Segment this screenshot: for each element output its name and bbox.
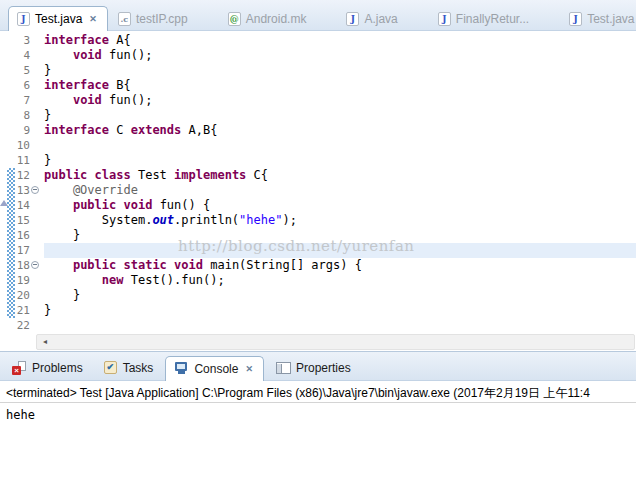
line-number: 15: [4, 213, 30, 228]
code-text: }: [44, 288, 80, 302]
view-tab-problems[interactable]: Problems: [4, 356, 91, 380]
gutter-ruler[interactable]: 8: [0, 108, 44, 123]
code-line-content[interactable]: interface B{: [44, 78, 636, 93]
code-text: }: [44, 63, 51, 77]
gutter-ruler[interactable]: 9: [0, 123, 44, 138]
line-number: 14: [4, 198, 30, 213]
code-line-content[interactable]: }: [44, 108, 636, 123]
editor-tab-bar: JTest.java✕.ctestIP.cpp@Android.mkJA.jav…: [0, 0, 636, 31]
code-line-3: 3interface A{: [0, 33, 636, 48]
editor-tab-test-java[interactable]: JTest.java✕: [8, 6, 108, 31]
fold-collapse-icon[interactable]: [31, 261, 39, 269]
gutter-ruler[interactable]: 13: [0, 183, 44, 198]
code-line-8: 8}: [0, 108, 636, 123]
code-text: }: [44, 228, 80, 242]
code-line-content[interactable]: public static void main(String[] args) {: [44, 258, 636, 273]
line-number: 16: [4, 228, 30, 243]
console-icon: [174, 362, 189, 376]
editor-tab-testip-cpp[interactable]: .ctestIP.cpp: [110, 7, 196, 30]
gutter-ruler[interactable]: 18: [0, 258, 44, 273]
code-text: public class Test implements C{: [44, 168, 268, 182]
code-line-content[interactable]: interface A{: [44, 33, 636, 48]
line-number: 6: [4, 78, 30, 93]
code-line-content[interactable]: }: [44, 303, 636, 318]
tab-label: Console: [194, 362, 238, 376]
line-number: 10: [4, 138, 30, 153]
gutter-ruler[interactable]: 11: [0, 153, 44, 168]
horizontal-scrollbar[interactable]: ◂: [0, 333, 636, 351]
code-text: public void fun() {: [44, 198, 210, 212]
tab-label: Tasks: [123, 361, 154, 375]
code-line-content[interactable]: void fun();: [44, 93, 636, 108]
code-text: }: [44, 153, 51, 167]
code-line-content[interactable]: void fun();: [44, 48, 636, 63]
code-line-content[interactable]: }: [44, 288, 636, 303]
code-line-13: 13 @Override: [0, 183, 636, 198]
code-text: }: [44, 108, 51, 122]
cpp-file-icon: .c: [118, 12, 131, 26]
code-line-4: 4 void fun();: [0, 48, 636, 63]
code-line-content[interactable]: [44, 138, 636, 153]
scrollbar-track[interactable]: ◂: [36, 334, 635, 350]
gutter-ruler[interactable]: 17: [0, 243, 44, 258]
code-line-content[interactable]: @Override: [44, 183, 636, 198]
editor-tab-test-java[interactable]: JTest.java: [561, 7, 636, 30]
view-tab-properties[interactable]: Properties: [268, 356, 359, 380]
gutter-ruler[interactable]: 19: [0, 273, 44, 288]
code-line-content[interactable]: new Test().fun();: [44, 273, 636, 288]
gutter-ruler[interactable]: 15: [0, 213, 44, 228]
gutter-ruler[interactable]: 14: [0, 198, 44, 213]
gutter-ruler[interactable]: 20: [0, 288, 44, 303]
gutter-ruler[interactable]: 10: [0, 138, 44, 153]
line-number: 18: [4, 258, 30, 273]
editor-tab-finallyretur[interactable]: JFinallyRetur...: [430, 7, 537, 30]
gutter-ruler[interactable]: 21: [0, 303, 44, 318]
console-output[interactable]: hehe: [0, 403, 636, 477]
tab-label: A.java: [364, 12, 397, 26]
view-tab-console[interactable]: Console✕: [165, 356, 264, 381]
gutter-ruler[interactable]: 6: [0, 78, 44, 93]
line-number: 11: [4, 153, 30, 168]
bottom-view-tab-bar: ProblemsTasksConsole✕Properties: [0, 351, 636, 381]
code-text: interface B{: [44, 78, 131, 92]
tab-label: testIP.cpp: [136, 12, 188, 26]
gutter-ruler[interactable]: 12: [0, 168, 44, 183]
gutter-ruler[interactable]: 16: [0, 228, 44, 243]
editor-tab-android-mk[interactable]: @Android.mk: [220, 7, 315, 30]
code-line-content[interactable]: public class Test implements C{: [44, 168, 636, 183]
properties-icon: [276, 361, 291, 375]
code-line-content[interactable]: interface C extends A,B{: [44, 123, 636, 138]
code-line-content[interactable]: }: [44, 153, 636, 168]
gutter-ruler[interactable]: 3: [0, 33, 44, 48]
code-line-22: 22: [0, 318, 636, 333]
code-line-content[interactable]: public void fun() {: [44, 198, 636, 213]
gutter-ruler[interactable]: 7: [0, 93, 44, 108]
line-number: 19: [4, 273, 30, 288]
view-tab-tasks[interactable]: Tasks: [95, 356, 162, 380]
code-text: @Override: [44, 183, 138, 197]
code-text: void fun();: [44, 93, 152, 107]
code-line-content[interactable]: }: [44, 63, 636, 78]
line-number: 4: [4, 48, 30, 63]
code-line-content[interactable]: System.out.println("hehe");: [44, 213, 636, 228]
java-file-icon: J: [346, 12, 359, 26]
code-line-content[interactable]: [44, 318, 636, 333]
mk-file-icon: @: [228, 12, 241, 26]
line-number: 13: [4, 183, 30, 198]
editor-tab-a-java[interactable]: JA.java: [338, 7, 405, 30]
code-line-5: 5}: [0, 63, 636, 78]
code-editor[interactable]: 3interface A{4 void fun();5}6interface B…: [0, 31, 636, 333]
code-line-14: 14 public void fun() {: [0, 198, 636, 213]
code-line-20: 20 }: [0, 288, 636, 303]
close-icon[interactable]: ✕: [243, 364, 255, 374]
code-line-11: 11}: [0, 153, 636, 168]
code-line-18: 18 public static void main(String[] args…: [0, 258, 636, 273]
gutter-ruler[interactable]: 5: [0, 63, 44, 78]
gutter-ruler[interactable]: 4: [0, 48, 44, 63]
line-number: 21: [4, 303, 30, 318]
line-number: 5: [4, 63, 30, 78]
scroll-left-arrow-icon[interactable]: ◂: [37, 335, 53, 349]
fold-collapse-icon[interactable]: [31, 186, 39, 194]
close-icon[interactable]: ✕: [87, 14, 99, 24]
gutter-ruler[interactable]: 22: [0, 318, 44, 333]
